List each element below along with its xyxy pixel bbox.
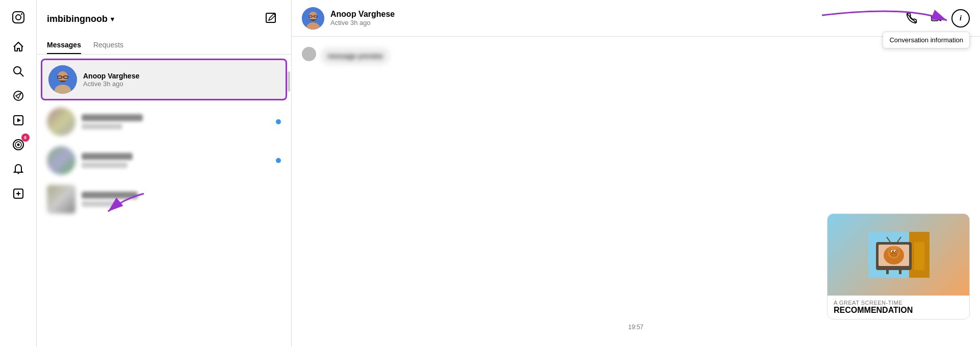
message-item-3[interactable] — [37, 141, 291, 180]
blurred-text-2 — [82, 123, 122, 129]
svg-point-42 — [892, 251, 893, 252]
compose-button[interactable] — [261, 10, 281, 28]
info-button-wrapper: i Conversation information — [951, 9, 970, 28]
scrollbar-indicator — [288, 71, 290, 92]
svg-rect-15 — [266, 13, 275, 22]
svg-point-25 — [309, 12, 317, 20]
messages-tabs: Messages Requests — [37, 37, 291, 55]
chat-contact-status: Active 3h ago — [330, 19, 902, 26]
home-nav-icon[interactable] — [7, 36, 30, 58]
chat-contact-name: Anoop Varghese — [330, 10, 902, 19]
svg-point-2 — [21, 13, 22, 15]
chat-header-actions: i Conversation information — [902, 9, 970, 28]
avatar-blurred-4 — [47, 185, 75, 213]
create-nav-icon[interactable] — [7, 182, 30, 205]
avatar-anoop — [48, 65, 77, 94]
svg-rect-0 — [13, 12, 24, 23]
incoming-message-area: message preview — [302, 47, 390, 65]
messages-panel: imbibingnoob ▾ Messages Requests — [37, 0, 292, 347]
media-card-title: RECOMMENDATION — [834, 306, 963, 315]
svg-point-3 — [14, 67, 21, 74]
blurred-text-3 — [82, 162, 127, 168]
media-card-subtitle: A Great Screen-Time — [834, 300, 963, 306]
reels-nav-icon[interactable] — [7, 109, 30, 131]
blurred-text-4 — [82, 201, 117, 207]
chat-panel: Anoop Varghese Active 3h ago i Conversat… — [292, 0, 980, 347]
svg-marker-6 — [16, 93, 21, 98]
message-info-2 — [82, 114, 270, 129]
svg-marker-8 — [17, 118, 21, 122]
blurred-name-3 — [82, 153, 133, 160]
svg-point-43 — [895, 251, 896, 252]
chat-header: Anoop Varghese Active 3h ago i Conversat… — [292, 0, 980, 37]
svg-rect-45 — [886, 270, 889, 274]
message-info-3 — [82, 153, 270, 168]
svg-line-4 — [20, 73, 23, 77]
svg-rect-46 — [899, 270, 901, 274]
phone-call-button[interactable] — [902, 9, 921, 28]
header-title-area[interactable]: imbibingnoob ▾ — [47, 14, 114, 24]
message-item-anoop[interactable]: Anoop Varghese Active 3h ago — [41, 59, 287, 100]
notifications-nav-icon[interactable] — [7, 158, 30, 180]
explore-nav-icon[interactable] — [7, 85, 30, 107]
chat-header-info: Anoop Varghese Active 3h ago — [330, 10, 902, 26]
svg-rect-49 — [914, 242, 924, 270]
svg-rect-31 — [932, 16, 938, 20]
bubble-avatar — [302, 47, 316, 61]
blurred-name-4 — [82, 192, 138, 199]
message-info-anoop: Anoop Varghese Active 3h ago — [83, 72, 279, 88]
svg-point-19 — [58, 71, 68, 82]
conversation-info-tooltip: Conversation information — [883, 32, 970, 48]
tv-illustration — [868, 232, 930, 278]
instagram-icon[interactable] — [7, 6, 30, 29]
message-timestamp: 19:57 — [628, 324, 643, 331]
unread-dot-2 — [276, 119, 281, 124]
media-card-image — [828, 214, 970, 296]
messages-list: Anoop Varghese Active 3h ago — [37, 55, 291, 347]
media-card: A Great Screen-Time RECOMMENDATION — [827, 213, 970, 319]
message-item-4[interactable] — [37, 180, 291, 219]
avatar-blurred-3 — [47, 146, 75, 175]
contact-status-anoop: Active 3h ago — [83, 80, 279, 88]
username-label: imbibingnoob — [47, 14, 108, 24]
media-card-footer: A Great Screen-Time RECOMMENDATION — [828, 296, 969, 319]
chevron-down-icon: ▾ — [111, 15, 114, 23]
unread-dot-3 — [276, 158, 281, 163]
incoming-bubble: message preview — [320, 47, 390, 65]
info-button[interactable]: i — [951, 9, 970, 28]
avatar-blurred-2 — [47, 108, 75, 136]
tab-messages[interactable]: Messages — [47, 37, 81, 54]
svg-point-11 — [17, 144, 19, 146]
message-item-2[interactable] — [37, 102, 291, 141]
video-call-button[interactable] — [927, 9, 945, 28]
messages-badge: 8 — [21, 134, 30, 142]
chat-messages: message preview — [292, 37, 980, 347]
search-nav-icon[interactable] — [7, 60, 30, 83]
chat-header-avatar — [302, 7, 324, 30]
tab-requests[interactable]: Requests — [93, 37, 123, 54]
svg-point-1 — [16, 15, 21, 20]
blurred-name-2 — [82, 114, 143, 121]
icon-sidebar: 8 — [0, 0, 37, 347]
messages-header: imbibingnoob ▾ — [37, 0, 291, 31]
contact-name-anoop: Anoop Varghese — [83, 72, 279, 80]
message-info-4 — [82, 192, 281, 207]
messages-nav-icon[interactable]: 8 — [7, 134, 30, 156]
